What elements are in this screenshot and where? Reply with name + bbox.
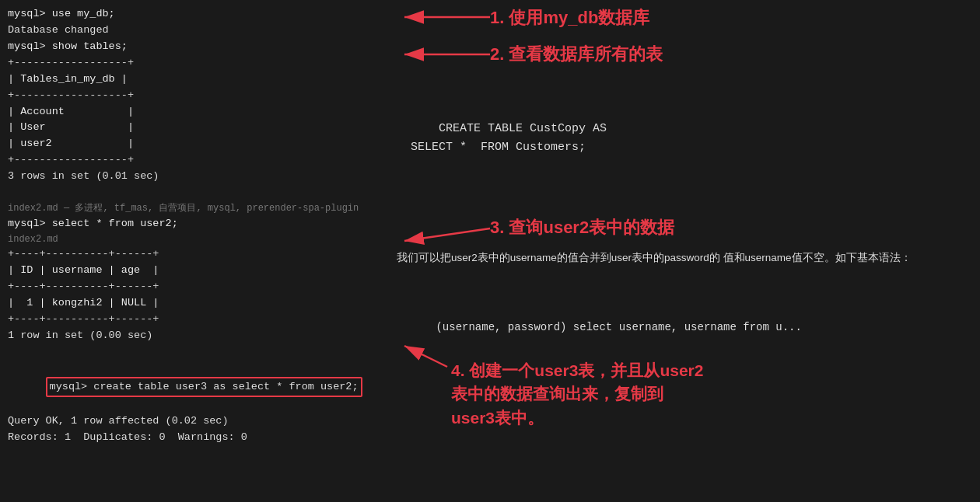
create-table-cmd: mysql> create table user3 as select * fr… (46, 377, 362, 398)
line-16: | 1 | kongzhi2 | NULL | (8, 295, 389, 312)
line-10: +------------------+ (8, 152, 389, 169)
annotation-2: 2. 查看数据库所有的表 (490, 43, 663, 66)
line-13: mysql> select * from user2; (8, 216, 389, 232)
terminal-panel: mysql> use my_db; Database changed mysql… (0, 0, 397, 502)
filepath2-line: index2.md (8, 232, 389, 247)
ann4-line1: 4. 创建一个user3表，并且从user2 (451, 359, 703, 382)
line-7: | Account | (8, 104, 389, 120)
annotation-4: 4. 创建一个user3表，并且从user2 表中的数据查询出来，复制到 use… (451, 359, 703, 430)
line-id-username-age: | ID | username | age | (8, 263, 389, 279)
line-3: mysql> show tables; (8, 39, 389, 55)
line-4: +------------------+ (8, 55, 389, 71)
line-create-table: mysql> create table user3 as select * fr… (8, 361, 389, 414)
line-query-ok: Query OK, 1 row affected (0.02 sec) (8, 413, 389, 430)
desc-text-middle: 我们可以把user2表中的username的值合并到user表中的passwor… (397, 250, 912, 267)
line-12 (8, 185, 389, 201)
annotation-1: 1. 使用my_db数据库 (490, 6, 649, 30)
svg-line-3 (404, 228, 490, 241)
line-15: +----+----------+------+ (8, 279, 389, 295)
line-5: | Tables_in_my_db | (8, 71, 389, 88)
line-8: | User | (8, 120, 389, 136)
create-table-overlay: CREATE TABLE CustCopy AS SELECT * FROM C… (397, 101, 607, 176)
annotation-3: 3. 查询user2表中的数据 (490, 216, 674, 239)
line-records: Records: 1 Duplicates: 0 Warnings: 0 (8, 430, 389, 446)
right-panel: CREATE TABLE CustCopy AS SELECT * FROM C… (397, 0, 980, 502)
line-19 (8, 344, 389, 361)
ann4-line3: user3表中。 (451, 406, 703, 430)
line-1: mysql> use my_db; (8, 6, 389, 23)
ann4-line2: 表中的数据查询出来，复制到 (451, 382, 703, 406)
filepath-line: index2.md — 多进程, tf_mas, 自营项目, mysql, pr… (8, 201, 389, 216)
line-11: 3 rows in set (0.01 sec) (8, 169, 389, 185)
line-2: Database changed (8, 23, 389, 39)
line-17: +----+----------+------+ (8, 312, 389, 328)
line-18: 1 row in set (0.00 sec) (8, 328, 389, 344)
main-container: mysql> use my_db; Database changed mysql… (0, 0, 980, 502)
line-14: +----+----------+------+ (8, 246, 389, 263)
sql-partial-overlay: (username, password) select username, us… (397, 302, 802, 354)
line-9: | user2 | (8, 136, 389, 152)
line-6: +------------------+ (8, 88, 389, 104)
